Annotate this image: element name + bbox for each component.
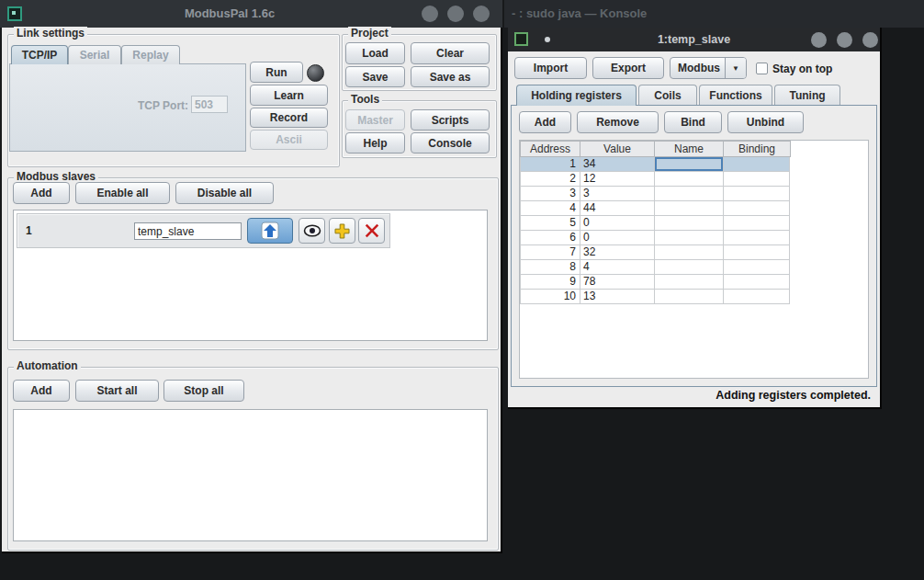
add-register-button[interactable]: Add (519, 111, 571, 133)
unbind-button[interactable]: Unbind (727, 111, 804, 133)
import-button[interactable]: Import (514, 57, 587, 79)
cell-binding[interactable] (724, 187, 790, 201)
column-header-address[interactable]: Address (521, 142, 580, 156)
cell-value[interactable]: 32 (580, 245, 655, 260)
cell-value[interactable]: 13 (580, 290, 655, 304)
cell-binding[interactable] (724, 216, 790, 231)
eye-icon (303, 224, 321, 237)
cell-address[interactable]: 4 (521, 201, 580, 216)
cell-value[interactable]: 3 (580, 187, 655, 201)
cell-name[interactable] (655, 216, 724, 231)
stay-on-top-checkbox[interactable] (756, 63, 768, 74)
table-row[interactable]: 9 78 (520, 275, 790, 290)
cell-address[interactable]: 6 (521, 231, 580, 245)
cell-name[interactable] (655, 231, 724, 245)
cell-binding[interactable] (724, 231, 790, 245)
help-button[interactable]: Help (345, 132, 405, 154)
ascii-button: Ascii (250, 130, 328, 150)
tab-tcpip[interactable]: TCP/IP (11, 45, 68, 64)
cell-name[interactable] (655, 201, 724, 216)
slave-enable-toggle[interactable] (247, 218, 293, 244)
window-button[interactable] (473, 6, 490, 22)
cell-name[interactable] (655, 172, 724, 187)
tab-replay[interactable]: Replay (121, 45, 180, 64)
slave-name-input[interactable] (134, 222, 242, 240)
table-row[interactable]: 5 0 (520, 216, 790, 231)
cell-value[interactable]: 12 (580, 172, 655, 187)
window-button[interactable] (447, 6, 464, 22)
cell-value[interactable]: 0 (580, 216, 655, 231)
chevron-down-icon[interactable]: ▼ (725, 58, 746, 78)
slave-delete-button[interactable] (358, 218, 385, 244)
cell-address[interactable]: 7 (521, 245, 580, 260)
window-button[interactable] (862, 32, 878, 48)
column-header-binding[interactable]: Binding (724, 142, 790, 156)
cell-value[interactable]: 78 (580, 275, 655, 290)
cell-binding[interactable] (724, 201, 790, 216)
cell-address[interactable]: 1 (521, 157, 580, 172)
add-automation-button[interactable]: Add (13, 380, 70, 402)
clear-button[interactable]: Clear (411, 42, 490, 64)
slave-plus-button[interactable] (329, 218, 355, 244)
cell-address[interactable]: 5 (521, 216, 580, 231)
cell-binding[interactable] (724, 245, 790, 260)
bind-button[interactable]: Bind (664, 111, 722, 133)
cell-name[interactable] (655, 260, 724, 275)
slave-eye-button[interactable] (299, 218, 325, 244)
column-header-name[interactable]: Name (655, 142, 724, 156)
cell-name[interactable] (655, 187, 724, 201)
learn-button[interactable]: Learn (250, 85, 328, 106)
remove-register-button[interactable]: Remove (577, 111, 659, 133)
scripts-button[interactable]: Scripts (411, 109, 490, 131)
tab-functions[interactable]: Functions (699, 85, 772, 105)
cell-binding[interactable] (724, 172, 790, 187)
table-row[interactable]: 7 32 (520, 245, 790, 260)
tab-holding-registers[interactable]: Holding registers (516, 85, 637, 106)
cell-address[interactable]: 3 (521, 187, 580, 201)
table-row[interactable]: 8 4 (520, 260, 790, 275)
enable-all-button[interactable]: Enable all (75, 182, 170, 204)
cell-binding[interactable] (724, 157, 790, 172)
cell-address[interactable]: 9 (521, 275, 580, 290)
window-button[interactable] (811, 32, 827, 48)
save-button[interactable]: Save (345, 66, 405, 87)
tab-coils[interactable]: Coils (638, 85, 697, 105)
cell-name[interactable] (655, 157, 724, 172)
cell-binding[interactable] (724, 290, 790, 304)
table-row[interactable]: 1 34 (520, 157, 790, 172)
master-button: Master (345, 109, 405, 131)
table-row[interactable]: 4 44 (520, 201, 790, 216)
cell-value[interactable]: 4 (580, 260, 655, 275)
load-button[interactable]: Load (345, 42, 405, 64)
table-row[interactable]: 10 13 (520, 290, 790, 304)
console-button[interactable]: Console (411, 132, 490, 154)
window-button[interactable] (837, 32, 852, 48)
table-row[interactable]: 2 12 (520, 172, 790, 187)
cell-value[interactable]: 44 (580, 201, 655, 216)
table-row[interactable]: 6 0 (520, 231, 790, 245)
start-all-button[interactable]: Start all (75, 380, 159, 402)
window-button[interactable] (422, 6, 438, 22)
cell-address[interactable]: 10 (521, 290, 580, 304)
cell-value[interactable]: 34 (580, 157, 655, 172)
cell-binding[interactable] (724, 275, 790, 290)
run-button[interactable]: Run (250, 62, 303, 83)
record-button[interactable]: Record (250, 108, 328, 128)
tab-tuning[interactable]: Tuning (774, 85, 840, 105)
modbus-combo[interactable]: Modbus ▼ (670, 57, 747, 79)
cell-value[interactable]: 0 (580, 231, 655, 245)
cell-address[interactable]: 8 (521, 260, 580, 275)
export-button[interactable]: Export (592, 57, 664, 79)
column-header-value[interactable]: Value (580, 142, 655, 156)
cell-binding[interactable] (724, 260, 790, 275)
tab-serial[interactable]: Serial (68, 45, 121, 64)
cell-name[interactable] (655, 245, 724, 260)
save-as-button[interactable]: Save as (411, 66, 490, 87)
table-row[interactable]: 3 3 (520, 187, 790, 201)
disable-all-button[interactable]: Disable all (175, 182, 274, 204)
cell-address[interactable]: 2 (521, 172, 580, 187)
cell-name[interactable] (655, 290, 724, 304)
add-slave-button[interactable]: Add (13, 182, 70, 204)
cell-name[interactable] (655, 275, 724, 290)
stop-all-button[interactable]: Stop all (163, 380, 244, 402)
